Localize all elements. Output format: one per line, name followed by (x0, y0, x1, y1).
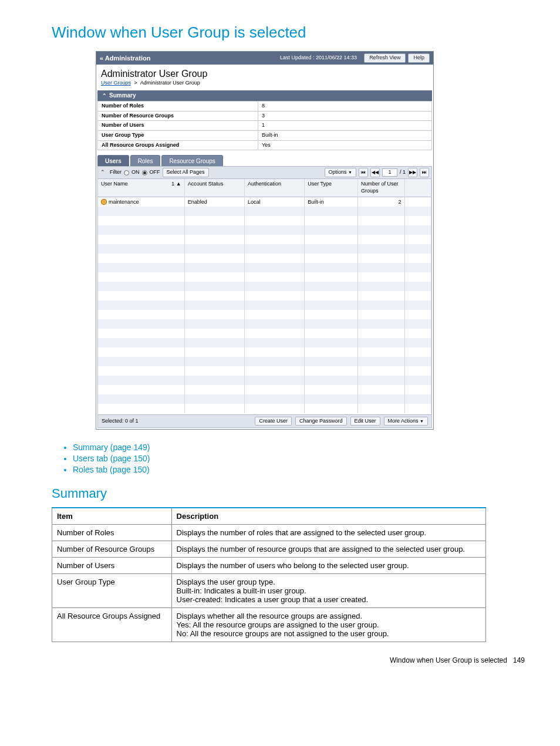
column-header-user-type[interactable]: User Type (305, 179, 358, 197)
breadcrumb: User Groups > Administrator User Group (96, 80, 433, 90)
filter-label: Filter (110, 169, 122, 176)
doc-link-roles-tab[interactable]: Roles tab (page 150) (73, 465, 150, 474)
pager-current-input[interactable]: 1 (382, 168, 397, 177)
tab-resource-groups[interactable]: Resource Groups (161, 155, 222, 166)
list-item: Roles tab (page 150) (73, 465, 525, 474)
column-header-account-status[interactable]: Account Status (185, 179, 245, 197)
tab-strip: Users Roles Resource Groups (96, 155, 433, 166)
edit-user-button[interactable]: Edit User (350, 417, 380, 426)
table-row: Number of Resource Groups Displays the n… (52, 541, 486, 558)
summary-label: Number of Users (98, 121, 258, 131)
doc-table-head-description: Description (171, 508, 485, 525)
cell-user-name: maintenance (109, 199, 139, 205)
table-row (98, 357, 431, 366)
table-row (98, 404, 431, 413)
pager-last-button[interactable]: ⏭ (420, 168, 429, 177)
doc-link-users-tab[interactable]: Users tab (page 150) (73, 454, 150, 463)
filter-on-radio[interactable] (124, 170, 129, 175)
summary-label: User Group Type (98, 130, 258, 140)
doc-links-list: Summary (page 149) Users tab (page 150) … (73, 443, 525, 474)
collapse-icon: ⌃ (102, 93, 107, 100)
table-row (98, 329, 431, 338)
table-row (98, 301, 431, 310)
column-header-spacer (405, 179, 431, 197)
pager-next-button[interactable]: ▶▶ (408, 168, 417, 177)
doc-table-item: User Group Type (52, 574, 172, 608)
sort-indicator: 1 ▲ (171, 181, 181, 188)
table-row (98, 244, 431, 254)
section-heading-summary: Summary (52, 486, 525, 501)
summary-value: 8 (258, 101, 432, 111)
app-screenshot: « Administration Last Updated : 2011/06/… (96, 51, 434, 430)
column-header-num-groups[interactable]: Number of User Groups (358, 179, 405, 197)
column-header-authentication[interactable]: Authentication (245, 179, 305, 197)
doc-link-summary[interactable]: Summary (page 149) (73, 443, 150, 452)
table-row: Number of Users Displays the number of u… (52, 558, 486, 574)
change-password-button[interactable]: Change Password (295, 417, 347, 426)
table-row[interactable]: maintenance Enabled Local Built-in 2 (98, 197, 431, 207)
table-row (98, 272, 431, 282)
table-row: Number of Roles Displays the number of r… (52, 525, 486, 541)
list-item: Users tab (page 150) (73, 454, 525, 463)
grid-body: maintenance Enabled Local Built-in 2 (98, 197, 431, 414)
page-heading: Window when User Group is selected (52, 23, 525, 42)
help-button[interactable]: Help (408, 53, 430, 63)
table-row (98, 254, 431, 263)
cell-authentication: Local (245, 197, 305, 207)
table-row (98, 282, 431, 291)
summary-description-table: Item Description Number of Roles Display… (52, 507, 486, 642)
create-user-button[interactable]: Create User (255, 417, 292, 426)
doc-table-description: Displays the number of resource groups t… (171, 541, 485, 558)
doc-table-description: Displays the number of users who belong … (171, 558, 485, 574)
user-group-title: Administrator User Group (96, 65, 433, 80)
summary-label: All Resource Groups Assigned (98, 140, 258, 150)
summary-label: Number of Resource Groups (98, 111, 258, 121)
table-row (98, 216, 431, 225)
tab-roles[interactable]: Roles (130, 155, 161, 166)
table-row (98, 291, 431, 301)
doc-table-item: All Resource Groups Assigned (52, 608, 172, 642)
last-updated-text: Last Updated : 2011/06/22 14:33 (280, 55, 357, 62)
summary-table: Number of Roles8 Number of Resource Grou… (97, 101, 432, 150)
filter-bar: ⌃ Filter ON OFF Select All Pages Options… (97, 166, 432, 179)
tab-users[interactable]: Users (97, 155, 129, 166)
selected-count-text: Selected: 0 of 1 (102, 418, 139, 425)
refresh-view-button[interactable]: Refresh View (364, 53, 406, 63)
more-actions-button[interactable]: More Actions ▼ (384, 417, 428, 426)
users-grid: User Name 1 ▲ Account Status Authenticat… (97, 179, 432, 414)
table-row: All Resource Groups Assigned Displays wh… (52, 608, 486, 642)
table-row (98, 376, 431, 385)
doc-table-description: Displays the number of roles that are as… (171, 525, 485, 541)
filter-on-label: ON (131, 169, 140, 176)
doc-table-item: Number of Resource Groups (52, 541, 172, 558)
cell-num-groups: 2 (358, 197, 405, 207)
doc-table-item: Number of Roles (52, 525, 172, 541)
table-row (98, 347, 431, 357)
titlebar: « Administration Last Updated : 2011/06/… (96, 52, 433, 65)
pager-first-button[interactable]: ⏮ (359, 168, 368, 177)
list-item: Summary (page 149) (73, 443, 525, 452)
filter-off-radio[interactable] (142, 170, 147, 175)
table-row (98, 394, 431, 404)
summary-header-label: Summary (109, 92, 136, 99)
table-row (98, 338, 431, 347)
summary-value: 3 (258, 111, 432, 121)
filter-off-label: OFF (150, 169, 160, 176)
column-header-user-name[interactable]: User Name 1 ▲ (98, 179, 185, 197)
page-number: 149 (513, 656, 525, 664)
pager-prev-button[interactable]: ◀◀ (370, 168, 380, 177)
options-button[interactable]: Options ▼ (325, 168, 356, 177)
collapse-icon: ⌃ (100, 169, 105, 176)
cell-user-type: Built-in (305, 197, 358, 207)
table-row (98, 310, 431, 319)
user-icon (101, 199, 107, 205)
breadcrumb-current: Administrator User Group (140, 80, 200, 86)
select-all-pages-button[interactable]: Select All Pages (163, 168, 209, 177)
breadcrumb-link-user-groups[interactable]: User Groups (101, 80, 131, 86)
chevron-down-icon: ▼ (348, 170, 352, 174)
summary-value: Built-in (258, 130, 432, 140)
table-row (98, 225, 431, 235)
table-row (98, 263, 431, 272)
summary-header[interactable]: ⌃Summary (97, 90, 432, 101)
doc-table-head-item: Item (52, 508, 172, 525)
